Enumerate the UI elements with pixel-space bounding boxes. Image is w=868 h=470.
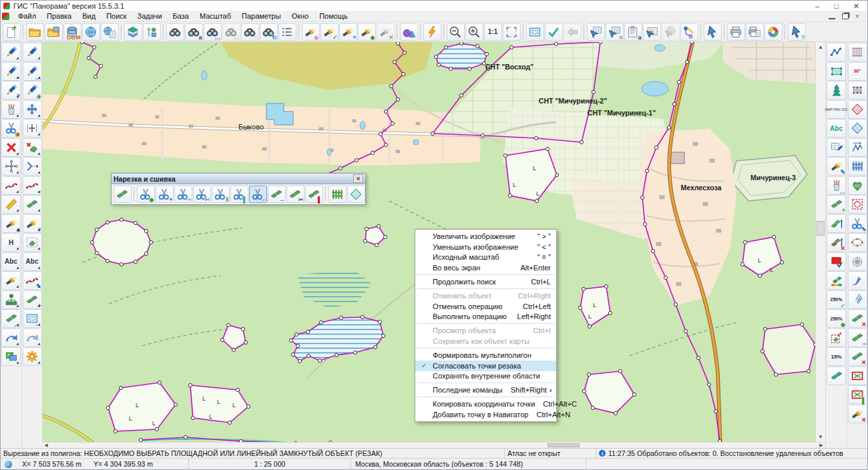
select-add-button[interactable]: + [339, 23, 357, 41]
text-abc-button[interactable]: Abc [1, 252, 21, 271]
scroll-left-icon[interactable]: ◀ [42, 443, 50, 448]
merge-blocks-button[interactable] [23, 195, 42, 214]
text-abc-2-button[interactable]: Abc [23, 252, 42, 271]
new-map-button[interactable] [3, 23, 21, 41]
join-lines-button[interactable] [23, 157, 42, 176]
pan-panel-button[interactable] [526, 23, 544, 41]
scroll-up-icon[interactable]: ▲ [816, 42, 825, 52]
shape-minus-button[interactable]: − [848, 328, 867, 347]
close-button[interactable]: ✕ [853, 2, 859, 10]
help-cursor-button[interactable]: ? [788, 23, 806, 41]
object-list-button[interactable] [278, 23, 296, 41]
context-menu-item-16[interactable]: ✓Согласовать точки резака [415, 361, 556, 371]
scale-250-shapes-button[interactable]: 250%◆ [827, 309, 846, 328]
scale-1-1-button[interactable]: 1:1 [484, 23, 502, 41]
hatch-fill-button[interactable] [848, 43, 867, 61]
context-menu-item-3[interactable]: Исходный масштаб" = " [415, 252, 556, 263]
highlight-text-button[interactable]: a [1, 214, 21, 233]
scale-15-button[interactable]: 15% [827, 347, 846, 366]
zoom-in-button[interactable] [465, 23, 483, 41]
merge-areas-button[interactable] [114, 186, 132, 203]
select-object-button[interactable]: ◆ [358, 23, 376, 41]
context-menu-item-4[interactable]: Во весь экранAlt+Enter [415, 262, 556, 273]
context-menu-item-2[interactable]: Уменьшить изображение" < " [415, 242, 556, 252]
apply-operation-button[interactable] [545, 23, 563, 41]
open-geoportal-button[interactable] [82, 23, 100, 41]
mdi-minimize-button[interactable] [829, 13, 835, 19]
menu-item-2[interactable]: Правка [41, 11, 77, 21]
frame-x-button[interactable] [848, 367, 867, 385]
map-horizontal-scrollbar[interactable]: ◀ ▶ [42, 442, 825, 448]
draw-polygon-button[interactable]: ◇ [23, 81, 42, 99]
select-area-button[interactable]: ◆ [302, 23, 320, 41]
create-text-button[interactable]: Abc [827, 119, 846, 138]
frame-shape-red-button[interactable]: ▌ [848, 385, 867, 404]
x-shape-dots-button[interactable]: ✕ [848, 347, 867, 366]
context-menu-item-6[interactable]: Продолжить поискCtrl+L [415, 276, 556, 287]
edit-hatch-button[interactable]: ~ [1, 62, 21, 81]
cursor-button[interactable] [704, 23, 722, 41]
map-scale[interactable]: 1 : 25 000 [189, 459, 351, 469]
mdi-close-button[interactable]: × [855, 13, 862, 19]
print-button[interactable] [727, 23, 745, 41]
web-button[interactable] [848, 252, 867, 271]
menu-item-1[interactable]: Файл [13, 11, 41, 21]
color-wheel-button[interactable] [765, 23, 783, 41]
select-confirm-button[interactable]: ✓ [320, 23, 339, 41]
context-menu-item-13[interactable]: Сохранить как объект карты [415, 336, 556, 346]
delete-part-button[interactable] [23, 138, 42, 157]
context-menu-item-17[interactable]: Сохранять внутренние области [415, 371, 556, 382]
vscroll-thumb[interactable] [817, 221, 825, 236]
settings-button[interactable] [23, 347, 42, 366]
undo-button[interactable] [1, 328, 21, 347]
cut-segment-button[interactable]: ▌ [230, 186, 248, 203]
curves-button[interactable] [848, 290, 867, 309]
diamond-hatch-button[interactable] [848, 119, 867, 138]
map-layers-button[interactable] [124, 23, 142, 41]
menu-item-9[interactable]: Окно [286, 11, 314, 21]
hscroll-thumb[interactable] [548, 443, 580, 447]
edit-object-button[interactable] [1, 43, 21, 61]
move-map-button[interactable] [23, 100, 42, 119]
shapes-gradient-button[interactable] [827, 367, 846, 385]
select-clear-button[interactable]: ✕ [377, 23, 395, 41]
delete-shape-button[interactable]: ✕ [848, 309, 867, 328]
open-internet-map-button[interactable] [101, 23, 119, 41]
align-points-button[interactable] [23, 119, 42, 138]
open-data-button[interactable] [45, 23, 63, 41]
highlight-button[interactable] [1, 271, 21, 290]
highlight-edit-button[interactable]: ✎ [827, 157, 846, 176]
angle-90-button[interactable]: 90° [848, 62, 867, 81]
cut-stitch-toolbar[interactable]: Нарезка и сшивка ✕ ◆+~✂‖▌⌐→✂▌ [111, 173, 366, 205]
fill-color-button[interactable] [827, 252, 846, 271]
fast-task-button[interactable] [423, 23, 441, 41]
step-back-button[interactable] [564, 23, 582, 41]
cut-polygon-button[interactable]: ⌐ [249, 186, 267, 203]
menu-item-10[interactable]: Помощь [314, 11, 353, 21]
create-vegetation-button[interactable] [827, 81, 846, 99]
select-on-globe-button[interactable] [662, 23, 680, 41]
close-icon[interactable]: ✕ [353, 174, 363, 183]
edit-points-button[interactable] [1, 176, 21, 195]
nib-button[interactable] [848, 271, 867, 290]
cut-by-line-button[interactable]: ~ [174, 186, 192, 203]
find-object-button[interactable] [166, 23, 184, 41]
context-menu-item-15[interactable]: Формировать мультиполигон [415, 350, 556, 361]
tools-dots-button[interactable]: … [827, 176, 846, 195]
highlight-grid-button[interactable]: # [23, 214, 42, 233]
print-report-button[interactable] [746, 23, 764, 41]
grid-blue-button[interactable] [848, 157, 867, 176]
copy-shapes-button[interactable]: + [827, 195, 846, 214]
map-vertical-scrollbar[interactable]: ▲ ▼ [815, 42, 825, 442]
net-build-button[interactable] [848, 81, 867, 99]
layers-move-button[interactable] [827, 214, 846, 233]
heart-area-button[interactable] [848, 176, 867, 195]
context-menu-item-1[interactable]: Увеличить изображение" > " [415, 231, 556, 242]
find-selected-button[interactable]: … [222, 23, 240, 41]
cut-crossing-button[interactable]: + [156, 186, 174, 203]
stitch-by-line-button[interactable]: ▌ [305, 186, 323, 203]
cut-double-button[interactable]: ✂ [193, 186, 211, 203]
stitch-sheets-button[interactable]: ✂ [286, 186, 304, 203]
fit-frame-button[interactable] [503, 23, 521, 41]
select-on-map-button[interactable] [643, 23, 661, 41]
